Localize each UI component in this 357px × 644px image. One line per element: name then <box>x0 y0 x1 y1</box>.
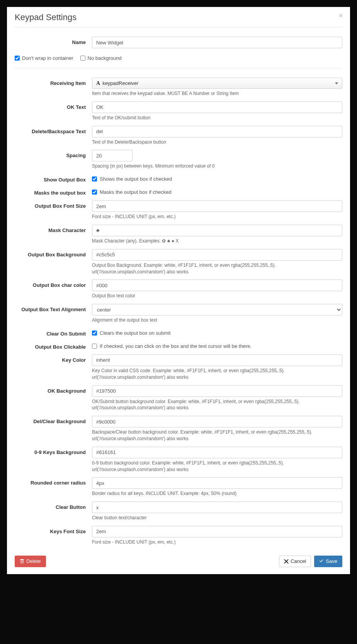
radius-input[interactable] <box>92 477 342 489</box>
save-button[interactable]: Save <box>314 556 342 567</box>
label-output-color: Output Box char color <box>15 280 92 288</box>
label-del-text: Delete/Backspace Text <box>15 126 92 134</box>
help-output-align: Alignment of the output box text <box>92 317 342 324</box>
label-spacing: Spacing <box>15 150 92 158</box>
modal-title: Keypad Settings <box>15 12 342 27</box>
output-bg-input[interactable] <box>92 249 342 261</box>
label-keys-bg: 0-9 Keys Background <box>15 447 92 455</box>
settings-modal: × Keypad Settings Name Don't wrap in con… <box>7 7 350 574</box>
help-keys-bg: 0-9 button background color. Example: wh… <box>92 460 342 473</box>
key-color-input[interactable] <box>92 354 342 366</box>
label-key-color: Key Color <box>15 354 92 363</box>
dont-wrap-label: Don't wrap in container <box>22 55 73 61</box>
receiving-item-dropdown[interactable]: A keypadReceiver <box>92 78 342 89</box>
no-background-checkbox[interactable]: No background <box>80 55 122 61</box>
mask-output-checkbox[interactable]: Masks the output box if checked <box>92 187 342 195</box>
output-clickable-checkbox[interactable]: If checked, you can click on the box and… <box>92 341 342 349</box>
delete-label: Delete <box>26 558 41 564</box>
help-keys-font-size: Font size - INCLUDE UNIT (px, em, etc.) <box>92 539 342 546</box>
top-checkbox-row: Don't wrap in container No background <box>15 50 342 68</box>
row-mask-output: Masks the output box Masks the output bo… <box>15 184 342 197</box>
row-keys-bg: 0-9 Keys Background 0-9 button backgroun… <box>15 444 342 475</box>
mask-char-input[interactable] <box>92 225 342 236</box>
save-label: Save <box>326 558 337 564</box>
ok-bg-input[interactable] <box>92 385 342 397</box>
row-output-color: Output Box char color Output Box text co… <box>15 276 342 301</box>
show-output-input[interactable] <box>92 176 97 181</box>
text-item-icon: A <box>96 80 100 86</box>
label-clear-btn: Clear Button <box>15 502 92 510</box>
keys-font-size-input[interactable] <box>92 526 342 537</box>
cancel-label: Cancel <box>291 558 306 564</box>
row-show-output: Show Output Box Shows the output box if … <box>15 171 342 184</box>
label-ok-text: OK Text <box>15 102 92 110</box>
help-del-bg: Backspace/Clear button background color.… <box>92 429 342 442</box>
clear-btn-input[interactable] <box>92 502 342 513</box>
help-ok-bg: OK/Submit button background color. Examp… <box>92 398 342 412</box>
mask-output-text: Masks the output box if checked <box>100 189 172 195</box>
output-color-input[interactable] <box>92 280 342 291</box>
row-clear-btn: Clear Button Clear button text/character <box>15 498 342 523</box>
label-ok-bg: OK Background <box>15 385 92 394</box>
no-background-label: No background <box>88 55 122 61</box>
chevron-down-icon <box>335 82 338 84</box>
help-output-bg: Output Box Background. Example: white, #… <box>92 262 342 275</box>
row-del-text: Delete/Backspace Text Text of the Delete… <box>15 123 342 147</box>
help-del-text: Text of the Delete/Backspace button <box>92 139 342 146</box>
label-output-clickable: Output Box Clickable <box>15 341 92 350</box>
label-mask-output: Masks the output box <box>15 187 92 196</box>
receiving-item-value: keypadReceiver <box>102 80 138 86</box>
row-ok-text: OK Text Text of the OK/submit button <box>15 98 342 123</box>
help-key-color: Key Color in valid CSS code. Example: wh… <box>92 368 342 381</box>
row-receiving-item: Receiving Item A keypadReceiver Item tha… <box>15 68 342 98</box>
row-ok-bg: OK Background OK/Submit button backgroun… <box>15 382 342 413</box>
output-align-select[interactable]: center <box>92 304 342 315</box>
check-icon <box>319 559 324 564</box>
row-key-color: Key Color Key Color in valid CSS code. E… <box>15 351 342 382</box>
show-output-checkbox[interactable]: Shows the output box if checked <box>92 174 342 182</box>
dont-wrap-input[interactable] <box>15 56 20 61</box>
close-icon[interactable]: × <box>338 12 343 19</box>
label-del-bg: Del/Clear Background <box>15 416 92 424</box>
no-background-input[interactable] <box>80 56 85 61</box>
output-clickable-input[interactable] <box>92 344 97 349</box>
clear-submit-checkbox[interactable]: Clears the output box on submit <box>92 328 342 336</box>
name-input[interactable] <box>92 37 342 48</box>
close-icon <box>284 559 289 564</box>
label-radius: Rounded corner radius <box>15 477 92 486</box>
dont-wrap-checkbox[interactable]: Don't wrap in container <box>15 55 73 61</box>
row-del-bg: Del/Clear Background Backspace/Clear but… <box>15 413 342 444</box>
label-output-align: Output Box Text Alignment <box>15 304 92 312</box>
row-output-bg: Output Box Background Output Box Backgro… <box>15 246 342 277</box>
keys-bg-input[interactable] <box>92 447 342 458</box>
row-mask-char: Mask Character Mask Character (any). Exa… <box>15 222 342 246</box>
help-output-font-size: Font size - INCLUDE UNIT (px, em, etc.) <box>92 214 342 220</box>
help-mask-char: Mask Character (any). Examples: ✿ ♣ ● X <box>92 238 342 244</box>
modal-footer: Delete Cancel Save <box>15 547 342 567</box>
label-name: Name <box>15 37 92 45</box>
row-output-font-size: Output Box Font Size Font size - INCLUDE… <box>15 197 342 222</box>
help-ok-text: Text of the OK/submit button <box>92 115 342 121</box>
help-clear-btn: Clear button text/character <box>92 515 342 521</box>
help-spacing: Spacing (in px) between keys. Minimum en… <box>92 163 342 169</box>
spacing-input[interactable] <box>92 150 133 161</box>
row-name: Name <box>15 27 342 50</box>
row-clear-submit: Clear On Submit Clears the output box on… <box>15 325 342 338</box>
help-receiving-item: Item that receives the keypad value. MUS… <box>92 90 342 97</box>
output-font-size-input[interactable] <box>92 200 342 212</box>
label-output-font-size: Output Box Font Size <box>15 200 92 209</box>
row-keys-font-size: Keys Font Size Font size - INCLUDE UNIT … <box>15 523 342 547</box>
show-output-text: Shows the output box if checked <box>100 176 172 182</box>
row-radius: Rounded corner radius Border radius for … <box>15 474 342 498</box>
cancel-button[interactable]: Cancel <box>279 556 311 567</box>
label-clear-submit: Clear On Submit <box>15 328 92 337</box>
ok-text-input[interactable] <box>92 102 342 113</box>
row-output-align: Output Box Text Alignment center Alignme… <box>15 301 342 325</box>
mask-output-input[interactable] <box>92 190 97 195</box>
label-show-output: Show Output Box <box>15 174 92 183</box>
clear-submit-input[interactable] <box>92 330 97 336</box>
delete-button[interactable]: Delete <box>15 556 46 567</box>
del-bg-input[interactable] <box>92 416 342 427</box>
label-receiving-item: Receiving Item <box>15 78 92 86</box>
del-text-input[interactable] <box>92 126 342 137</box>
